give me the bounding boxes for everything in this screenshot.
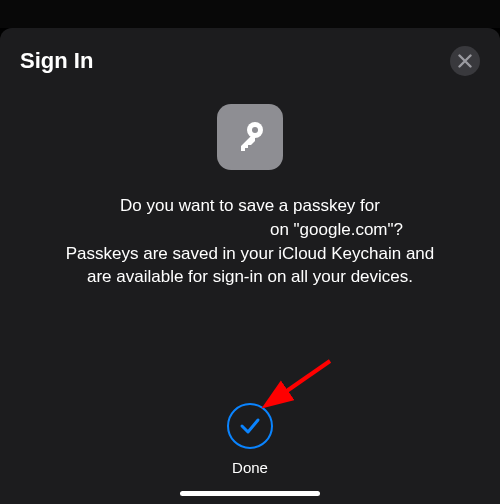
prompt-line-3: Passkeys are saved in your iCloud Keycha… (24, 242, 476, 266)
confirm-area: Done (0, 403, 500, 476)
sheet-title: Sign In (20, 48, 93, 74)
close-button[interactable] (450, 46, 480, 76)
passkey-icon-box (217, 104, 283, 170)
prompt-text: Do you want to save a passkey for redact… (20, 194, 480, 289)
checkmark-icon (238, 414, 262, 438)
prompt-line-4: are available for sign-in on all your de… (24, 265, 476, 289)
done-label: Done (232, 459, 268, 476)
prompt-line-2: redactedaccountname on "google.com"? (24, 218, 476, 242)
close-icon (458, 54, 472, 68)
sheet-header: Sign In (20, 46, 480, 76)
passkey-icon-container (20, 104, 480, 170)
key-icon (230, 117, 270, 157)
signin-sheet: Sign In Do you want to save a passkey fo… (0, 28, 500, 504)
done-check-button[interactable] (227, 403, 273, 449)
svg-point-1 (252, 127, 258, 133)
home-indicator[interactable] (180, 491, 320, 496)
background-dim (0, 0, 500, 28)
prompt-line-1: Do you want to save a passkey for (24, 194, 476, 218)
